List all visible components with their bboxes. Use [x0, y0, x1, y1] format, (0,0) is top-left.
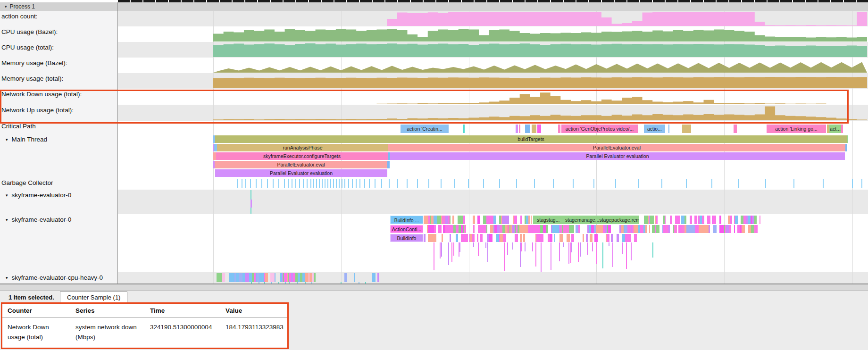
gc-tick[interactable] [686, 179, 687, 188]
sky2-noise-slice[interactable] [563, 225, 569, 233]
gc-tick[interactable] [313, 179, 314, 188]
gc-tick[interactable] [307, 179, 308, 188]
sky2-noise-slice[interactable] [583, 234, 584, 242]
critical-path-slice[interactable]: actio... [644, 125, 665, 133]
sky2-hang-tick[interactable] [622, 242, 623, 254]
gc-tick[interactable] [261, 179, 262, 188]
sky2-noise-slice[interactable] [472, 234, 475, 242]
critical-path-slice[interactable] [532, 125, 536, 133]
sky2-noise-slice[interactable] [607, 234, 609, 242]
critical-path-slice[interactable]: action 'Creatin... [401, 125, 449, 133]
counter-chart-5[interactable] [118, 90, 868, 104]
sky2-hang-tick[interactable] [626, 242, 627, 269]
sky2-noise-slice[interactable] [480, 234, 483, 242]
counter-chart-0[interactable] [118, 12, 868, 26]
sky2-noise-slice[interactable] [543, 225, 546, 233]
gc-tick[interactable] [325, 179, 326, 188]
sky2-hang-tick[interactable] [578, 242, 579, 262]
sky2-noise-slice[interactable] [477, 216, 480, 224]
sky2-hang-tick[interactable] [434, 242, 434, 270]
gc-tick[interactable] [342, 179, 342, 188]
gc-tick[interactable] [316, 179, 317, 188]
collapse-triangle-icon[interactable]: ▾ [6, 217, 8, 222]
gc-tick[interactable] [237, 179, 238, 188]
gc-tick[interactable] [661, 179, 662, 188]
gc-tick[interactable] [593, 179, 594, 188]
counter-chart-2[interactable] [118, 43, 868, 57]
main-thread-slice[interactable]: Parallel Evaluator evaluation [215, 169, 387, 177]
gc-tick[interactable] [336, 179, 337, 188]
sidebar-track-label[interactable]: ▾skyframe-evaluator-0 [0, 192, 116, 199]
sidebar-track-label[interactable]: ▾skyframe-evaluator-0 [0, 216, 116, 223]
sky2-hang-tick[interactable] [448, 242, 449, 265]
gc-tick[interactable] [483, 179, 484, 188]
sky2-deep-teal-tick[interactable] [602, 242, 603, 268]
gc-tick[interactable] [245, 179, 246, 188]
cpu-heavy-slice[interactable] [314, 273, 316, 282]
critical-path-slice[interactable] [519, 125, 520, 133]
critical-path-slice[interactable]: action 'GenObjcProtos video/... [561, 125, 638, 133]
cpu-heavy-slice[interactable] [239, 273, 242, 282]
sky2-noise-slice[interactable] [473, 216, 475, 224]
sky2-noise-slice[interactable] [709, 225, 710, 233]
sky2-noise-slice[interactable] [674, 225, 677, 233]
gc-tick[interactable] [534, 179, 535, 188]
gc-tick[interactable] [348, 179, 349, 188]
critical-path-slice[interactable] [682, 125, 691, 133]
sky2-noise-slice[interactable] [590, 234, 593, 242]
sidebar-track-label[interactable]: ▾Main Thread [0, 136, 116, 143]
sky2-hang-tick[interactable] [504, 242, 505, 271]
sky2-hang-tick[interactable] [587, 242, 588, 255]
sky2-noise-slice[interactable] [461, 234, 468, 242]
sky2-noise-slice[interactable] [694, 216, 697, 224]
main-thread-slice[interactable]: skyframeExecutor.configureTargets [216, 152, 388, 160]
gc-tick[interactable] [553, 179, 554, 188]
gc-tick[interactable] [344, 179, 345, 188]
sky2-noise-slice[interactable] [730, 216, 732, 224]
sky2-noise-slice[interactable] [559, 234, 563, 242]
sky2-noise-slice[interactable] [478, 225, 486, 233]
sky2-hang-tick[interactable] [487, 242, 488, 262]
sidebar-track-label[interactable]: CPU usage (Bazel): [0, 28, 117, 35]
sky2-hang-tick[interactable] [596, 242, 597, 264]
sky2-noise-slice[interactable] [726, 225, 729, 233]
sky2-noise-slice[interactable] [438, 225, 442, 233]
cell-time[interactable]: 324190.51300000004 [150, 322, 221, 332]
critical-path-slice[interactable] [841, 125, 843, 133]
sky2-hang-tick[interactable] [473, 242, 474, 247]
sky2-noise-slice[interactable] [652, 216, 654, 224]
sky2-labeled-slice[interactable]: BuildInfo [390, 234, 423, 242]
critical-path-slice[interactable] [516, 125, 518, 133]
sky2-noise-slice[interactable] [670, 216, 672, 224]
sky2-hang-tick[interactable] [541, 242, 542, 272]
sky2-hang-tick[interactable] [612, 242, 613, 267]
gc-tick[interactable] [330, 179, 331, 188]
gc-tick[interactable] [369, 179, 370, 188]
sky2-noise-slice[interactable] [627, 225, 631, 233]
sky2-hang-tick[interactable] [571, 242, 572, 252]
gc-tick[interactable] [333, 179, 334, 188]
sky2-noise-slice[interactable] [617, 234, 619, 242]
sky2-noise-slice[interactable] [489, 234, 492, 242]
sky2-noise-slice[interactable] [437, 216, 441, 224]
sky2-noise-slice[interactable] [505, 234, 506, 242]
gc-tick[interactable] [375, 179, 376, 188]
gc-tick[interactable] [284, 179, 285, 188]
counter-chart-6[interactable] [118, 106, 868, 120]
sky2-noise-slice[interactable] [496, 234, 499, 242]
gc-tick[interactable] [389, 179, 390, 188]
sky2-labeled-slice[interactable]: ActionConti... [390, 225, 423, 233]
sky2-hang-tick[interactable] [551, 242, 551, 270]
sky2-noise-slice[interactable] [450, 225, 453, 233]
sky2-deep-teal-tick[interactable] [652, 242, 653, 258]
sky2-hang-tick[interactable] [459, 242, 459, 257]
cpu-heavy-slice[interactable] [377, 273, 379, 282]
sky2-noise-slice[interactable] [486, 225, 487, 233]
cpu-heavy-slice[interactable] [222, 273, 225, 282]
gc-tick[interactable] [407, 179, 408, 188]
sky2-hang-tick[interactable] [525, 242, 526, 251]
sky2-hang-tick[interactable] [559, 242, 560, 261]
sky2-noise-slice[interactable] [515, 234, 518, 242]
sky2-noise-slice[interactable] [572, 234, 574, 242]
gc-tick[interactable] [441, 179, 442, 188]
